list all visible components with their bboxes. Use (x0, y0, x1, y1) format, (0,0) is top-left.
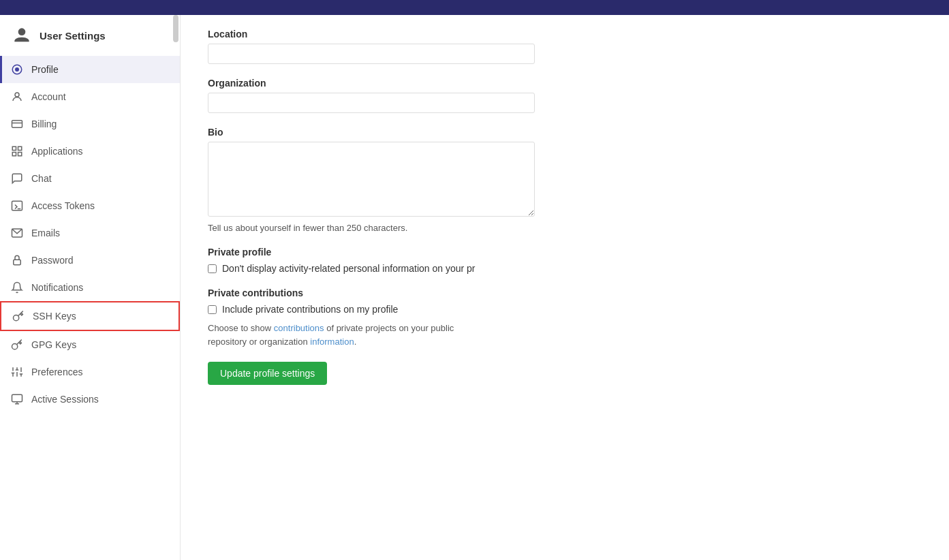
update-profile-button[interactable]: Update profile settings (208, 362, 327, 385)
svg-point-14 (14, 315, 19, 321)
svg-rect-25 (12, 394, 22, 402)
sidebar-link-account[interactable]: Account (0, 83, 180, 110)
sidebar-item-preferences[interactable]: Preferences (0, 358, 180, 386)
sidebar-header: User Settings (0, 15, 180, 56)
sidebar-label-applications: Applications (31, 146, 83, 157)
circle-dot-icon (11, 63, 23, 76)
sidebar-item-notifications[interactable]: Notifications (0, 274, 180, 301)
sidebar-link-access-tokens[interactable]: Access Tokens (0, 192, 180, 219)
sidebar-item-account[interactable]: Account (0, 83, 180, 110)
sidebar-link-profile[interactable]: Profile (0, 56, 180, 83)
sidebar-label-ssh-keys: SSH Keys (33, 311, 76, 322)
private-profile-section: Private profile Don't display activity-r… (208, 247, 922, 274)
sidebar-link-active-sessions[interactable]: Active Sessions (0, 386, 180, 413)
organization-group: Organization (208, 78, 922, 113)
sidebar-navigation: Profile Account (0, 56, 180, 413)
sidebar-item-emails[interactable]: Emails (0, 219, 180, 247)
sidebar-label-password: Password (31, 255, 73, 266)
sidebar-item-applications[interactable]: Applications (0, 138, 180, 165)
grid-icon (11, 145, 23, 157)
contributions-link[interactable]: contributions (274, 323, 324, 333)
private-profile-title: Private profile (208, 247, 922, 258)
sidebar-link-chat[interactable]: Chat (0, 165, 180, 192)
sidebar-item-gpg-keys[interactable]: GPG Keys (0, 331, 180, 358)
sidebar-label-account: Account (31, 91, 66, 102)
scrollbar[interactable] (173, 15, 178, 42)
sidebar-item-active-sessions[interactable]: Active Sessions (0, 386, 180, 413)
bell-icon (11, 281, 23, 294)
svg-rect-6 (12, 146, 16, 150)
svg-point-3 (15, 93, 19, 97)
sidebar-item-billing[interactable]: Billing (0, 110, 180, 138)
sidebar-title: User Settings (40, 30, 106, 42)
organization-label: Organization (208, 78, 922, 89)
sidebar-label-active-sessions: Active Sessions (31, 394, 99, 405)
sliders-icon (11, 366, 23, 378)
sidebar-item-profile[interactable]: Profile (0, 56, 180, 83)
location-group: Location (208, 29, 922, 64)
sidebar-label-billing: Billing (31, 119, 57, 129)
user-avatar-icon (11, 25, 33, 46)
bio-label: Bio (208, 127, 922, 138)
svg-point-0 (18, 28, 26, 35)
key-small-icon (11, 339, 23, 351)
sidebar-link-applications[interactable]: Applications (0, 138, 180, 165)
sidebar-label-preferences: Preferences (31, 367, 82, 377)
information-link[interactable]: information (310, 337, 354, 347)
credit-card-icon (11, 118, 23, 130)
svg-rect-4 (12, 121, 22, 128)
sidebar-item-chat[interactable]: Chat (0, 165, 180, 192)
svg-point-15 (12, 344, 18, 349)
private-contributions-row: Include private contributions on my prof… (208, 304, 922, 315)
envelope-icon (11, 227, 23, 239)
sidebar-link-ssh-keys[interactable]: SSH Keys (1, 302, 178, 330)
key-icon (12, 310, 25, 322)
bio-hint: Tell us about yourself in fewer than 250… (208, 223, 922, 233)
private-contributions-title: Private contributions (208, 287, 922, 298)
terminal-icon (11, 200, 23, 212)
sidebar-item-ssh-keys[interactable]: SSH Keys (0, 301, 180, 331)
sidebar-label-chat: Chat (31, 173, 52, 184)
svg-rect-9 (18, 153, 22, 156)
person-icon (11, 91, 23, 103)
main-content-area: Location Organization Bio Tell us about … (181, 15, 949, 560)
sidebar-link-billing[interactable]: Billing (0, 110, 180, 138)
sidebar-link-password[interactable]: Password (0, 247, 180, 274)
sidebar-link-preferences[interactable]: Preferences (0, 358, 180, 386)
svg-rect-7 (18, 146, 22, 150)
sidebar-label-notifications: Notifications (31, 282, 83, 293)
svg-rect-8 (12, 153, 16, 156)
svg-point-2 (16, 68, 19, 72)
sidebar: User Settings Profile (0, 15, 181, 560)
sidebar-item-password[interactable]: Password (0, 247, 180, 274)
sidebar-label-gpg-keys: GPG Keys (31, 339, 76, 350)
sidebar-label-access-tokens: Access Tokens (31, 200, 95, 211)
bio-group: Bio Tell us about yourself in fewer than… (208, 127, 922, 233)
private-profile-row: Don't display activity-related personal … (208, 263, 922, 274)
private-contributions-section: Private contributions Include private co… (208, 287, 922, 348)
private-profile-checkbox-label: Don't display activity-related personal … (222, 263, 476, 274)
sidebar-label-profile: Profile (31, 64, 59, 75)
organization-input[interactable] (208, 93, 535, 113)
private-contributions-checkbox[interactable] (208, 305, 217, 314)
lock-icon (11, 254, 23, 266)
location-input[interactable] (208, 44, 535, 64)
sidebar-link-emails[interactable]: Emails (0, 219, 180, 247)
monitor-icon (11, 393, 23, 405)
sidebar-link-notifications[interactable]: Notifications (0, 274, 180, 301)
private-contributions-checkbox-label: Include private contributions on my prof… (222, 304, 398, 315)
sidebar-link-gpg-keys[interactable]: GPG Keys (0, 331, 180, 358)
sidebar-label-emails: Emails (31, 228, 60, 238)
svg-rect-13 (14, 260, 21, 265)
private-profile-checkbox[interactable] (208, 264, 217, 273)
private-contributions-hint: Choose to show contributions of private … (208, 322, 922, 348)
bio-textarea[interactable] (208, 142, 535, 217)
location-label: Location (208, 29, 922, 40)
top-bar (0, 0, 949, 15)
chat-bubble-icon (11, 172, 23, 185)
sidebar-item-access-tokens[interactable]: Access Tokens (0, 192, 180, 219)
